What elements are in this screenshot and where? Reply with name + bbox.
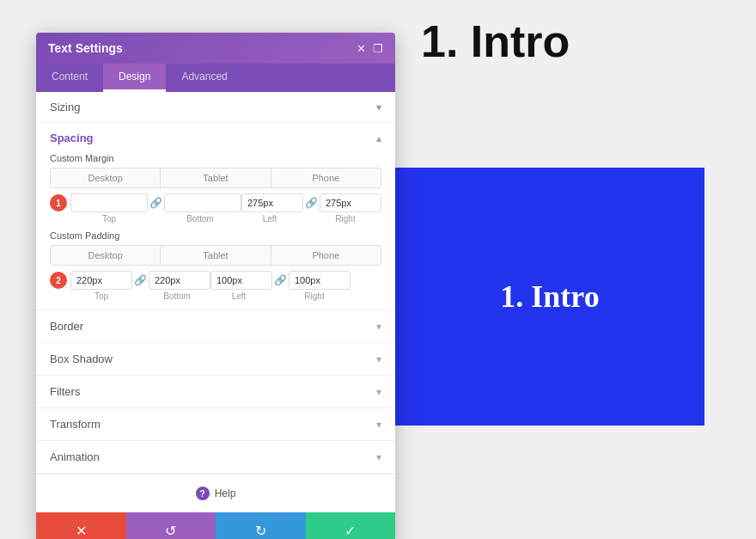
padding-right-input[interactable] [289,271,351,290]
text-settings-modal: Text Settings ✕ ❐ Content Design Advance… [36,33,395,539]
padding-desktop-tab[interactable]: Desktop [51,246,161,265]
modal-footer: ✕ ↺ ↻ ✓ [36,512,395,539]
help-icon: ? [196,487,210,500]
padding-badge: 2 [50,272,67,289]
spacing-title: Spacing [50,132,94,144]
margin-labels-row: Top Bottom Left Right [70,214,381,224]
padding-bottom-label: Bottom [146,291,208,301]
margin-phone-tab[interactable]: Phone [271,168,381,187]
spacing-header[interactable]: Spacing ▴ [50,123,381,150]
padding-top-label: Top [70,291,132,301]
margin-top-input[interactable] [70,193,148,212]
modal-header: Text Settings ✕ ❐ [36,33,395,64]
box-shadow-chevron-icon: ▾ [376,353,381,365]
save-button[interactable]: ✓ [306,512,396,539]
animation-section[interactable]: Animation ▾ [36,441,395,474]
tab-advanced[interactable]: Advanced [166,64,242,92]
transform-section[interactable]: Transform ▾ [36,408,395,441]
margin-bottom-label: Bottom [162,214,239,224]
redo-button[interactable]: ↻ [216,512,306,539]
tab-bar: Content Design Advanced [36,64,395,92]
margin-right-input[interactable] [320,193,381,212]
padding-input-row: 2 🔗 🔗 [50,271,381,290]
margin-left-label: Left [239,214,301,224]
undo-button[interactable]: ↺ [126,512,216,539]
sizing-section[interactable]: Sizing ▾ [36,92,395,123]
padding-left-input[interactable] [210,271,272,290]
spacing-chevron-icon: ▴ [376,132,381,144]
sizing-chevron-icon: ▾ [376,101,381,113]
border-chevron-icon: ▾ [376,321,381,333]
border-label: Border [50,320,83,333]
tab-design[interactable]: Design [103,64,166,92]
modal-body: Sizing ▾ Spacing ▴ Custom Margin Desktop… [36,92,395,512]
margin-badge: 1 [50,194,67,211]
padding-link-icon[interactable]: 🔗 [132,274,149,286]
cancel-button[interactable]: ✕ [36,512,126,539]
close-icon[interactable]: ✕ [357,42,366,55]
padding-left-label: Left [208,291,270,301]
sizing-label: Sizing [50,101,80,113]
help-text: Help [215,487,236,499]
margin-tablet-tab[interactable]: Tablet [161,168,271,187]
blue-rectangle: 1. Intro [395,168,704,426]
help-row[interactable]: ? Help [36,474,395,512]
animation-chevron-icon: ▾ [376,451,381,463]
padding-link-icon2[interactable]: 🔗 [272,274,289,286]
margin-bottom-input[interactable] [164,193,241,212]
transform-chevron-icon: ▾ [376,419,381,431]
border-section[interactable]: Border ▾ [36,310,395,343]
filters-label: Filters [50,385,80,398]
custom-margin-label: Custom Margin [50,153,381,163]
padding-top-input[interactable] [70,271,132,290]
box-shadow-section[interactable]: Box Shadow ▾ [36,343,395,376]
margin-link-icon2[interactable]: 🔗 [303,197,320,209]
tab-content[interactable]: Content [36,64,103,92]
box-shadow-label: Box Shadow [50,352,113,365]
custom-padding-label: Custom Padding [50,230,381,241]
intro-title-top: 1. Intro [421,15,570,67]
intro-title-blue: 1. Intro [500,279,599,315]
margin-device-tabs: Desktop Tablet Phone [50,168,381,188]
margin-desktop-tab[interactable]: Desktop [51,168,161,187]
margin-input-row: 1 🔗 🔗 [50,193,381,212]
margin-top-label: Top [70,214,148,224]
margin-link-icon[interactable]: 🔗 [148,197,164,209]
modal-title: Text Settings [48,41,123,55]
padding-labels-row: Top Bottom Left Right [70,291,381,301]
transform-label: Transform [50,418,101,431]
animation-label: Animation [50,450,100,463]
padding-right-label: Right [284,291,345,301]
filters-section[interactable]: Filters ▾ [36,376,395,408]
margin-left-input[interactable] [241,193,303,212]
padding-phone-tab[interactable]: Phone [271,246,381,265]
padding-device-tabs: Desktop Tablet Phone [50,245,381,266]
filters-chevron-icon: ▾ [376,386,381,398]
margin-right-label: Right [314,214,376,224]
padding-bottom-input[interactable] [149,271,210,290]
padding-tablet-tab[interactable]: Tablet [161,246,271,265]
expand-icon[interactable]: ❐ [373,42,383,55]
spacing-section: Spacing ▴ Custom Margin Desktop Tablet P… [36,123,395,310]
modal-header-actions: ✕ ❐ [357,42,383,55]
